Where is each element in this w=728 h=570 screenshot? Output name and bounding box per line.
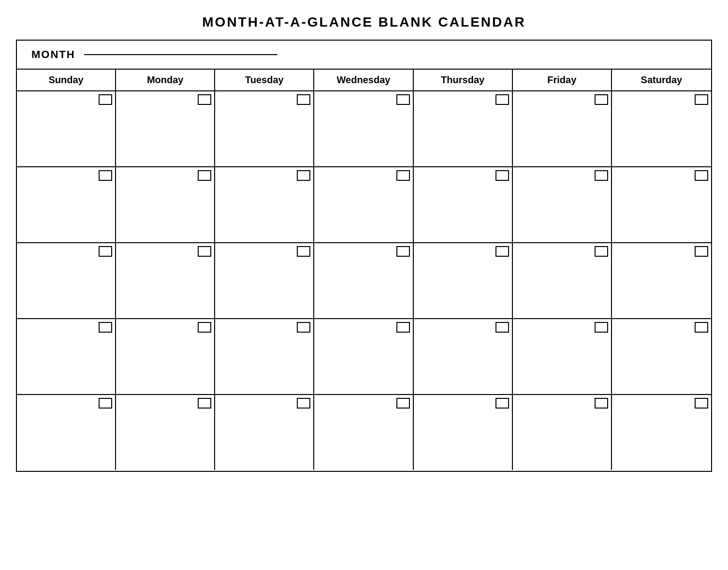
date-box xyxy=(396,246,410,257)
date-box xyxy=(198,246,211,257)
calendar-cell[interactable] xyxy=(414,395,513,470)
date-box xyxy=(99,398,112,409)
calendar-cell[interactable] xyxy=(215,167,314,242)
calendar-cell[interactable] xyxy=(116,167,215,242)
date-box xyxy=(99,170,112,181)
date-box xyxy=(198,322,211,333)
calendar-cell[interactable] xyxy=(612,319,711,394)
calendar-cell[interactable] xyxy=(314,395,413,470)
date-box xyxy=(396,170,410,181)
date-box xyxy=(595,398,608,409)
calendar-cell[interactable] xyxy=(314,167,413,242)
calendar-cell[interactable] xyxy=(215,319,314,394)
date-box xyxy=(695,398,708,409)
day-header-wednesday: Wednesday xyxy=(314,70,413,90)
day-header-friday: Friday xyxy=(513,70,612,90)
calendar-cell[interactable] xyxy=(116,395,215,470)
date-box xyxy=(297,398,310,409)
calendar-cell[interactable] xyxy=(513,395,612,470)
date-box xyxy=(595,246,608,257)
date-box xyxy=(198,398,211,409)
calendar-cell[interactable] xyxy=(17,91,116,166)
calendar-cell[interactable] xyxy=(314,91,413,166)
calendar-cell[interactable] xyxy=(513,91,612,166)
date-box xyxy=(396,322,410,333)
date-box xyxy=(495,246,509,257)
date-box xyxy=(495,322,509,333)
calendar-row xyxy=(17,243,711,319)
calendar-cell[interactable] xyxy=(414,243,513,318)
date-box xyxy=(595,170,608,181)
calendar-cell[interactable] xyxy=(612,91,711,166)
calendar-cell[interactable] xyxy=(116,91,215,166)
calendar-cell[interactable] xyxy=(17,167,116,242)
calendar-cell[interactable] xyxy=(116,319,215,394)
calendar-row xyxy=(17,167,711,243)
page: MONTH-AT-A-GLANCE BLANK CALENDAR MONTH S… xyxy=(16,15,712,472)
calendar-cell[interactable] xyxy=(17,395,116,470)
date-box xyxy=(198,170,211,181)
calendar-cell[interactable] xyxy=(116,243,215,318)
calendar-cell[interactable] xyxy=(17,243,116,318)
calendar-cell[interactable] xyxy=(612,243,711,318)
date-box xyxy=(695,170,708,181)
page-title: MONTH-AT-A-GLANCE BLANK CALENDAR xyxy=(16,15,712,30)
calendar-row xyxy=(17,91,711,167)
month-label: MONTH xyxy=(31,48,75,61)
date-box xyxy=(99,246,112,257)
date-box xyxy=(595,322,608,333)
date-box xyxy=(495,170,509,181)
date-box xyxy=(198,94,211,105)
date-box xyxy=(695,246,708,257)
calendar-cell[interactable] xyxy=(314,319,413,394)
date-box xyxy=(695,322,708,333)
calendar-cell[interactable] xyxy=(314,243,413,318)
day-header-thursday: Thursday xyxy=(414,70,513,90)
date-box xyxy=(495,398,509,409)
calendar-cell[interactable] xyxy=(414,167,513,242)
calendar-row xyxy=(17,395,711,471)
calendar-row xyxy=(17,319,711,395)
date-box xyxy=(99,322,112,333)
date-box xyxy=(99,94,112,105)
calendar-cell[interactable] xyxy=(513,243,612,318)
date-box xyxy=(495,94,509,105)
day-headers: SundayMondayTuesdayWednesdayThursdayFrid… xyxy=(17,70,711,91)
calendar-cell[interactable] xyxy=(612,167,711,242)
date-box xyxy=(297,322,310,333)
day-header-saturday: Saturday xyxy=(612,70,711,90)
calendar-cell[interactable] xyxy=(513,319,612,394)
calendar-cell[interactable] xyxy=(414,319,513,394)
calendar-cell[interactable] xyxy=(215,395,314,470)
date-box xyxy=(396,94,410,105)
calendar-cell[interactable] xyxy=(414,91,513,166)
date-box xyxy=(695,94,708,105)
date-box xyxy=(297,170,310,181)
day-header-tuesday: Tuesday xyxy=(215,70,314,90)
calendar-container: MONTH SundayMondayTuesdayWednesdayThursd… xyxy=(16,40,712,472)
day-header-monday: Monday xyxy=(116,70,215,90)
calendar-cell[interactable] xyxy=(513,167,612,242)
date-box xyxy=(396,398,410,409)
date-box xyxy=(297,94,310,105)
calendar-cell[interactable] xyxy=(215,243,314,318)
calendar-cell[interactable] xyxy=(215,91,314,166)
month-header: MONTH xyxy=(17,41,711,70)
day-header-sunday: Sunday xyxy=(17,70,116,90)
calendar-cell[interactable] xyxy=(17,319,116,394)
date-box xyxy=(297,246,310,257)
calendar-cell[interactable] xyxy=(612,395,711,470)
calendar-grid xyxy=(17,91,711,471)
month-line xyxy=(84,54,277,55)
date-box xyxy=(595,94,608,105)
